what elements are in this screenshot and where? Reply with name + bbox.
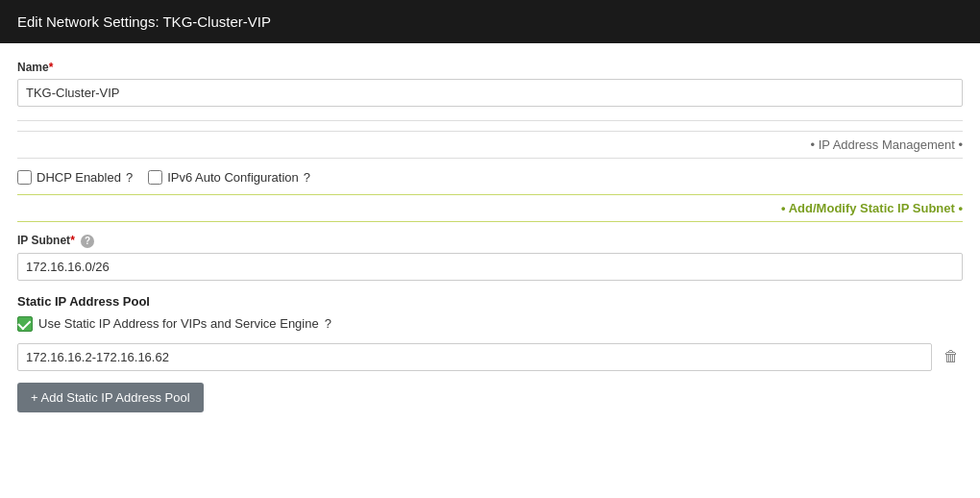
use-static-row: Use Static IP Address for VIPs and Servi… [17, 316, 963, 332]
name-label: Name* [17, 61, 963, 74]
dhcp-checkbox[interactable] [17, 170, 32, 185]
static-pool-section-label: Static IP Address Pool [17, 294, 963, 309]
static-subnet-heading: • Add/Modify Static IP Subnet • [17, 194, 963, 222]
modal-title: Edit Network Settings: TKG-Cluster-VIP [17, 13, 271, 30]
use-static-help-icon[interactable]: ? [325, 316, 331, 331]
ipv6-help-icon[interactable]: ? [304, 170, 310, 185]
ip-subnet-field-group: IP Subnet* ? [17, 234, 963, 281]
ip-subnet-input[interactable] [17, 253, 963, 281]
add-static-ip-pool-button[interactable]: + Add Static IP Address Pool [17, 383, 204, 412]
modal-header: Edit Network Settings: TKG-Cluster-VIP [0, 0, 980, 43]
add-pool-btn-label: + Add Static IP Address Pool [31, 390, 190, 405]
delete-pool-button[interactable]: 🗑 [940, 344, 963, 369]
divider-1 [17, 120, 963, 121]
ipv6-checkbox[interactable] [148, 170, 162, 185]
dhcp-label[interactable]: DHCP Enabled [37, 170, 121, 185]
use-static-label: Use Static IP Address for VIPs and Servi… [38, 316, 319, 331]
pool-input-row: 🗑 [17, 343, 963, 371]
ipv6-label[interactable]: IPv6 Auto Configuration [167, 170, 299, 185]
name-field-group: Name* [17, 61, 963, 107]
dhcp-help-icon[interactable]: ? [126, 170, 133, 185]
use-static-checkbox[interactable] [17, 316, 33, 332]
ipv6-checkbox-item[interactable]: IPv6 Auto Configuration ? [148, 170, 310, 185]
name-input[interactable] [17, 79, 963, 107]
ip-mgmt-checkboxes: DHCP Enabled ? IPv6 Auto Configuration ? [17, 170, 963, 185]
modal-body: Name* • IP Address Management • DHCP Ena… [0, 43, 980, 498]
ip-subnet-label: IP Subnet* ? [17, 234, 963, 248]
modal-container: Edit Network Settings: TKG-Cluster-VIP N… [0, 0, 980, 498]
ip-mgmt-heading: • IP Address Management • [17, 131, 963, 159]
dhcp-checkbox-item[interactable]: DHCP Enabled ? [17, 170, 133, 185]
trash-icon: 🗑 [943, 348, 959, 365]
pool-input[interactable] [17, 343, 932, 371]
ip-subnet-help-icon[interactable]: ? [81, 235, 94, 248]
